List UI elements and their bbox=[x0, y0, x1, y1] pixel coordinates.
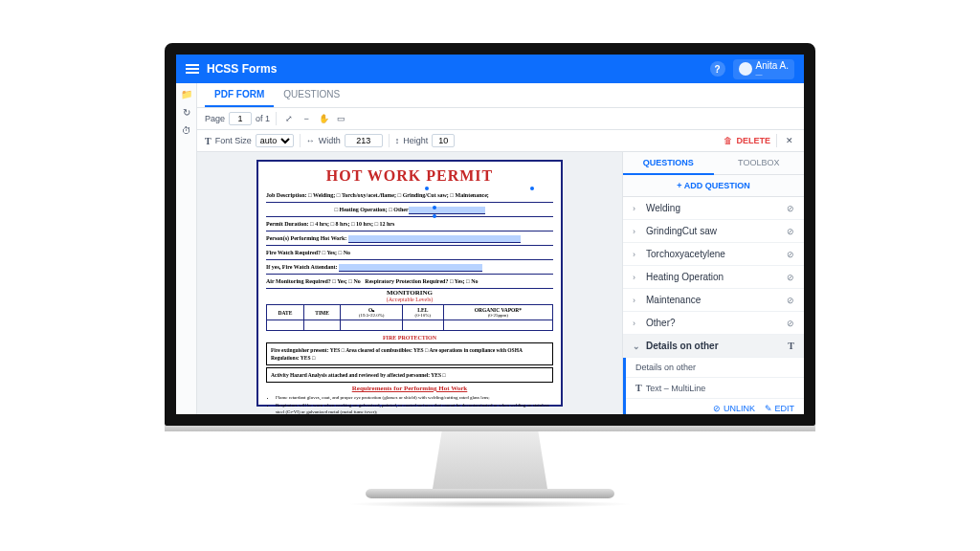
other-field[interactable] bbox=[409, 207, 485, 214]
field-properties-toolbar: T Font Size auto ↔ Width ↕ Height 🗑 DE bbox=[197, 130, 804, 152]
rail-folder-icon[interactable]: 📁 bbox=[181, 89, 192, 99]
chevron-down-icon: ⌄ bbox=[633, 342, 640, 351]
rail-refresh-icon[interactable]: ↻ bbox=[183, 107, 190, 118]
permit-title: HOT WORK PERMIT bbox=[266, 167, 553, 185]
requirements-header: Requirements for Performing Hot Work bbox=[266, 385, 553, 392]
page-total: of 1 bbox=[256, 114, 270, 123]
chevron-right-icon: › bbox=[633, 250, 640, 259]
unlink-icon: ⊘ bbox=[713, 404, 721, 413]
monitoring-table: DATE TIME O₂(19.5-22.0%) LEL(0-10%) ORGA… bbox=[266, 304, 553, 331]
question-details: Details on other T Text – MultiLine ⊘ UN… bbox=[623, 358, 804, 414]
app-topbar: HCSS Forms ? Anita A. — bbox=[176, 55, 804, 83]
page-input[interactable] bbox=[229, 112, 252, 125]
sidepanel-tab-questions[interactable]: QUESTIONS bbox=[623, 152, 714, 175]
paging-toolbar: Page of 1 ⤢ − ✋ ▭ bbox=[197, 108, 804, 130]
question-item[interactable]: ›Maintenance⊘ bbox=[623, 289, 804, 312]
check-icon: ⊘ bbox=[787, 250, 794, 259]
view-mode-icon[interactable]: ▭ bbox=[334, 112, 347, 125]
delete-button[interactable]: DELETE bbox=[736, 136, 770, 145]
sidepanel-tab-toolbox[interactable]: TOOLBOX bbox=[714, 152, 805, 175]
requirements-list: Flame retardant gloves, coat, and proper… bbox=[266, 394, 553, 414]
fire-protection-header: FIRE PROTECTION bbox=[266, 335, 553, 341]
chevron-right-icon: › bbox=[633, 319, 640, 328]
question-item[interactable]: ›Torchoxyacetylene⊘ bbox=[623, 243, 804, 266]
question-item[interactable]: ›Heating Operation⊘ bbox=[623, 266, 804, 289]
text-type-icon: T bbox=[635, 383, 642, 393]
question-item-expanded[interactable]: ⌄ Details on other T bbox=[623, 335, 804, 358]
detail-header: Details on other bbox=[626, 358, 804, 378]
user-name: Anita A. bbox=[756, 61, 789, 71]
add-question-button[interactable]: + ADD QUESTION bbox=[623, 175, 804, 197]
tab-pdf-form[interactable]: PDF FORM bbox=[205, 83, 274, 107]
arrow-v-icon: ↕ bbox=[395, 136, 400, 145]
fontsize-label: Font Size bbox=[215, 136, 252, 145]
attendant-field[interactable] bbox=[339, 264, 482, 272]
close-icon[interactable]: ✕ bbox=[783, 134, 796, 147]
question-item[interactable]: ›Welding⊘ bbox=[623, 197, 804, 220]
width-input[interactable] bbox=[345, 134, 383, 147]
width-label: Width bbox=[319, 136, 341, 145]
text-tool-icon[interactable]: T bbox=[205, 136, 212, 146]
fontsize-select[interactable]: auto bbox=[256, 134, 294, 147]
questions-panel: QUESTIONS TOOLBOX + ADD QUESTION ›Weldin… bbox=[622, 152, 804, 414]
rail-history-icon[interactable]: ⏱ bbox=[182, 125, 191, 136]
left-rail: 📁 ↻ ⏱ bbox=[176, 83, 197, 414]
check-icon: ⊘ bbox=[787, 227, 794, 236]
menu-icon[interactable] bbox=[186, 64, 199, 74]
detail-type: T Text – MultiLine bbox=[626, 378, 804, 399]
chevron-right-icon: › bbox=[633, 296, 640, 305]
avatar bbox=[739, 62, 752, 76]
user-menu[interactable]: Anita A. — bbox=[733, 59, 794, 79]
check-icon: ⊘ bbox=[787, 273, 794, 282]
persons-field[interactable] bbox=[348, 235, 521, 243]
arrow-h-icon: ↔ bbox=[306, 136, 315, 145]
trash-icon[interactable]: 🗑 bbox=[724, 136, 732, 145]
check-icon: ⊘ bbox=[787, 296, 794, 305]
edit-button[interactable]: ✎ EDIT bbox=[765, 404, 794, 413]
zoom-out-icon[interactable]: − bbox=[300, 112, 313, 125]
main-tabs: PDF FORM QUESTIONS bbox=[197, 83, 804, 108]
app-title: HCSS Forms bbox=[207, 62, 277, 76]
chevron-right-icon: › bbox=[633, 273, 640, 282]
zoom-fit-icon[interactable]: ⤢ bbox=[282, 112, 296, 125]
check-icon: ⊘ bbox=[787, 319, 794, 328]
pdf-canvas[interactable]: HOT WORK PERMIT Job Description: □ Weldi… bbox=[197, 152, 622, 414]
zoom-in-icon[interactable]: ✋ bbox=[317, 112, 330, 125]
tab-questions[interactable]: QUESTIONS bbox=[274, 83, 349, 107]
chevron-right-icon: › bbox=[633, 227, 640, 236]
text-type-icon: T bbox=[788, 341, 794, 351]
user-subtext: — bbox=[756, 71, 789, 77]
unlink-button[interactable]: ⊘ UNLINK bbox=[713, 404, 755, 413]
chevron-right-icon: › bbox=[633, 204, 640, 213]
help-icon[interactable]: ? bbox=[710, 61, 725, 77]
height-input[interactable] bbox=[432, 134, 455, 147]
pencil-icon: ✎ bbox=[765, 404, 772, 413]
check-icon: ⊘ bbox=[787, 204, 794, 213]
height-label: Height bbox=[403, 136, 428, 145]
question-item[interactable]: ›Other?⊘ bbox=[623, 312, 804, 335]
pdf-page: HOT WORK PERMIT Job Description: □ Weldi… bbox=[256, 160, 563, 407]
monitoring-header: MONITORING bbox=[266, 289, 553, 297]
page-label: Page bbox=[205, 114, 225, 123]
question-item[interactable]: ›GrindingCut saw⊘ bbox=[623, 220, 804, 243]
